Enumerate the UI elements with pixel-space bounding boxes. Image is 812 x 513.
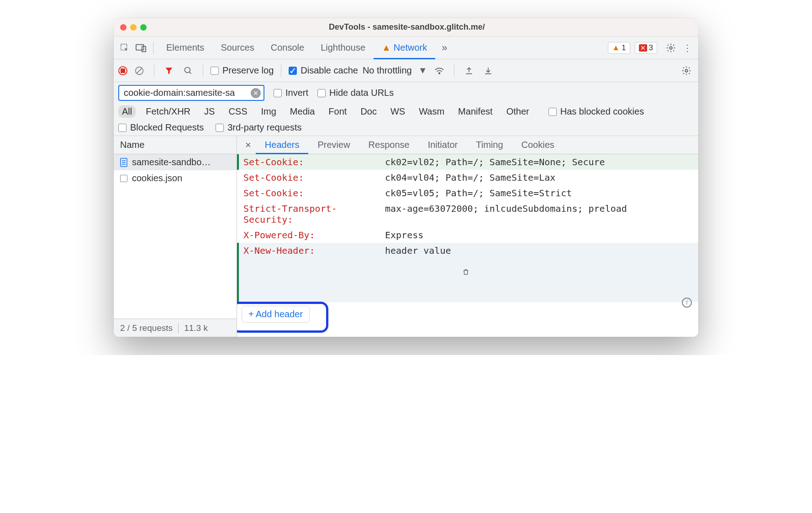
has-blocked-cookies-checkbox[interactable]: Has blocked cookies bbox=[548, 106, 644, 117]
headers-list: Set-Cookie: ck02=vl02; Path=/; SameSite=… bbox=[237, 154, 698, 337]
errors-badge[interactable]: ✕ 3 bbox=[635, 42, 657, 54]
detail-tab-cookies[interactable]: Cookies bbox=[512, 136, 564, 154]
svg-line-7 bbox=[190, 72, 191, 73]
tab-network[interactable]: ▲ Network bbox=[374, 37, 435, 59]
network-conditions-icon[interactable] bbox=[432, 63, 447, 78]
type-filter-wasm[interactable]: Wasm bbox=[415, 105, 448, 118]
chevron-down-icon: ▼ bbox=[418, 65, 427, 76]
main-tabstrip: Elements Sources Console Lighthouse ▲ Ne… bbox=[114, 37, 698, 59]
network-toolbar: Preserve log ✓Disable cache No throttlin… bbox=[114, 59, 698, 82]
titlebar: DevTools - samesite-sandbox.glitch.me/ bbox=[114, 18, 698, 37]
preserve-log-checkbox[interactable]: Preserve log bbox=[211, 65, 274, 76]
type-filter-img[interactable]: Img bbox=[258, 105, 280, 118]
filter-toggle-icon[interactable] bbox=[162, 63, 176, 78]
record-button[interactable] bbox=[118, 66, 127, 75]
header-row[interactable]: Set-Cookie: ck04=vl04; Path=/; SameSite=… bbox=[237, 170, 698, 185]
request-row[interactable]: cookies.json bbox=[114, 170, 237, 186]
detail-tab-response[interactable]: Response bbox=[359, 136, 419, 154]
close-detail-icon[interactable]: × bbox=[241, 139, 256, 151]
type-filter-js[interactable]: JS bbox=[200, 105, 218, 118]
header-row[interactable]: Strict-Transport-Security: max-age=63072… bbox=[237, 201, 698, 227]
throttling-select[interactable]: No throttling ▼ bbox=[363, 65, 427, 76]
detail-pane: × Headers Preview Response Initiator Tim… bbox=[237, 136, 698, 337]
type-filter-font[interactable]: Font bbox=[325, 105, 350, 118]
zoom-window-button[interactable] bbox=[140, 24, 147, 31]
detail-tab-initiator[interactable]: Initiator bbox=[419, 136, 467, 154]
file-icon bbox=[120, 175, 127, 182]
disable-cache-checkbox[interactable]: ✓Disable cache bbox=[289, 65, 358, 76]
upload-har-icon[interactable] bbox=[462, 63, 476, 78]
minimize-window-button[interactable] bbox=[130, 24, 137, 31]
warning-icon: ▲ bbox=[612, 43, 620, 52]
plus-icon: + bbox=[248, 309, 254, 319]
type-filter-fetchxhr[interactable]: Fetch/XHR bbox=[142, 105, 194, 118]
header-row[interactable]: X-Powered-By: Express bbox=[237, 227, 698, 243]
invert-checkbox[interactable]: Invert bbox=[274, 88, 308, 98]
status-bar: 2 / 5 requests 11.3 k bbox=[114, 319, 237, 337]
svg-point-8 bbox=[438, 73, 440, 74]
header-row-new[interactable]: X-New-Header: header value bbox=[237, 243, 698, 302]
request-list-pane: Name samesite-sandbo… cookies.json 2 / 5… bbox=[114, 136, 237, 337]
warning-icon: ▲ bbox=[382, 42, 391, 53]
download-har-icon[interactable] bbox=[481, 63, 496, 78]
devtools-window: DevTools - samesite-sandbox.glitch.me/ E… bbox=[114, 18, 698, 337]
detail-tabs: × Headers Preview Response Initiator Tim… bbox=[237, 136, 698, 154]
type-filter-media[interactable]: Media bbox=[286, 105, 318, 118]
tab-sources[interactable]: Sources bbox=[212, 37, 262, 59]
svg-point-9 bbox=[685, 69, 688, 72]
hide-data-urls-checkbox[interactable]: Hide data URLs bbox=[317, 88, 394, 98]
type-filter-other[interactable]: Other bbox=[503, 105, 533, 118]
request-row[interactable]: samesite-sandbo… bbox=[114, 154, 237, 170]
detail-tab-headers[interactable]: Headers bbox=[256, 136, 309, 154]
type-filter-doc[interactable]: Doc bbox=[357, 105, 380, 118]
svg-line-5 bbox=[137, 68, 142, 73]
tab-lighthouse[interactable]: Lighthouse bbox=[312, 37, 374, 59]
close-window-button[interactable] bbox=[120, 24, 127, 31]
type-filter-css[interactable]: CSS bbox=[225, 105, 251, 118]
svg-point-3 bbox=[670, 47, 672, 49]
network-settings-icon[interactable] bbox=[679, 63, 694, 78]
document-icon bbox=[120, 158, 127, 167]
traffic-lights bbox=[120, 24, 147, 31]
clear-filter-icon[interactable]: ✕ bbox=[251, 88, 261, 98]
tab-elements[interactable]: Elements bbox=[158, 37, 212, 59]
tab-console[interactable]: Console bbox=[263, 37, 312, 59]
info-icon[interactable]: i bbox=[682, 298, 692, 308]
settings-icon[interactable] bbox=[664, 41, 678, 55]
search-icon[interactable] bbox=[181, 63, 195, 78]
blocked-requests-checkbox[interactable]: Blocked Requests bbox=[118, 122, 204, 133]
warnings-badge[interactable]: ▲ 1 bbox=[608, 42, 630, 54]
add-header-button[interactable]: +Add header bbox=[242, 306, 310, 323]
detail-tab-timing[interactable]: Timing bbox=[467, 136, 512, 154]
clear-button[interactable] bbox=[132, 63, 147, 78]
kebab-menu-icon[interactable]: ⋮ bbox=[680, 41, 695, 55]
detail-tab-preview[interactable]: Preview bbox=[308, 136, 359, 154]
header-row[interactable]: Set-Cookie: ck02=vl02; Path=/; SameSite=… bbox=[237, 154, 698, 170]
third-party-checkbox[interactable]: 3rd-party requests bbox=[216, 122, 301, 133]
type-filter-ws[interactable]: WS bbox=[387, 105, 409, 118]
header-row[interactable]: Set-Cookie: ck05=vl05; Path=/; SameSite=… bbox=[237, 185, 698, 201]
type-filter-all[interactable]: All bbox=[118, 105, 136, 118]
more-tabs-button[interactable]: » bbox=[437, 42, 452, 54]
error-icon: ✕ bbox=[639, 44, 647, 52]
svg-point-6 bbox=[185, 67, 190, 73]
delete-header-icon[interactable] bbox=[385, 267, 469, 289]
network-split: Name samesite-sandbo… cookies.json 2 / 5… bbox=[114, 136, 698, 337]
filter-bar: cookie-domain:samesite-sa ✕ Invert Hide … bbox=[114, 82, 698, 136]
inspect-element-icon[interactable] bbox=[117, 41, 132, 55]
device-toggle-icon[interactable] bbox=[134, 41, 148, 55]
filter-input[interactable]: cookie-domain:samesite-sa ✕ bbox=[118, 85, 264, 101]
type-filter-manifest[interactable]: Manifest bbox=[454, 105, 496, 118]
column-header-name[interactable]: Name bbox=[114, 136, 237, 154]
type-filters: All Fetch/XHR JS CSS Img Media Font Doc … bbox=[118, 105, 694, 118]
svg-rect-1 bbox=[136, 44, 144, 50]
window-title: DevTools - samesite-sandbox.glitch.me/ bbox=[147, 22, 667, 32]
